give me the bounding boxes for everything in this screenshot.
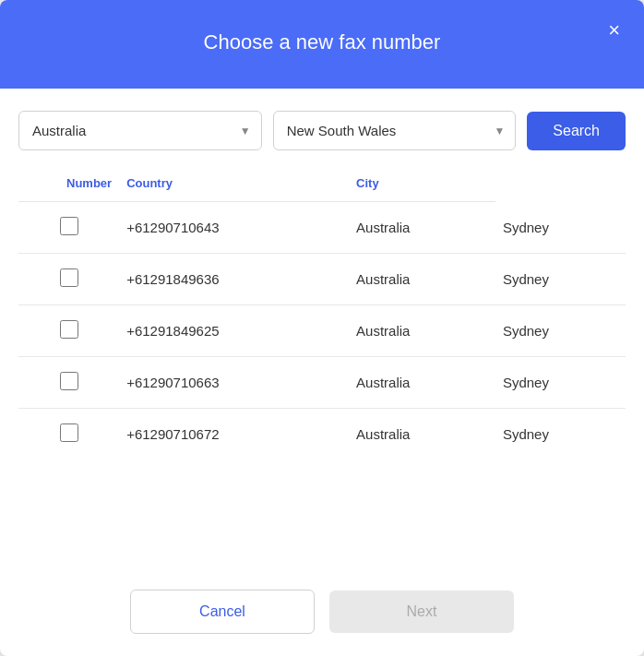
cancel-button[interactable]: Cancel <box>130 590 315 634</box>
modal-body: Australia ▼ New South Wales ▼ Search Num… <box>0 89 644 575</box>
row-checkbox-cell <box>18 254 119 305</box>
table-row: +61290710672AustraliaSydney <box>18 409 626 460</box>
close-button[interactable]: × <box>602 18 626 42</box>
row-number: +61291849636 <box>119 254 349 305</box>
country-select-wrapper: Australia ▼ <box>18 111 262 150</box>
col-header-country: Country <box>119 165 349 202</box>
row-country: Australia <box>349 254 495 305</box>
table-row: +61290710643AustraliaSydney <box>18 202 626 254</box>
modal: Choose a new fax number × Australia ▼ Ne… <box>0 0 644 656</box>
row-checkbox-cell <box>18 409 119 460</box>
row-checkbox[interactable] <box>60 423 78 442</box>
numbers-table-container: Number Country City +61290710643Australi… <box>0 165 644 575</box>
search-button[interactable]: Search <box>527 112 626 150</box>
row-number: +61291849625 <box>119 305 349 357</box>
row-city: Sydney <box>495 254 626 305</box>
row-checkbox-cell <box>18 202 119 254</box>
row-checkbox[interactable] <box>60 268 78 287</box>
modal-title: Choose a new fax number <box>204 30 441 54</box>
row-number: +61290710643 <box>119 202 349 254</box>
col-header-number: Number <box>18 165 119 202</box>
col-header-city: City <box>349 165 495 202</box>
row-number: +61290710672 <box>119 409 349 460</box>
row-number: +61290710663 <box>119 357 349 409</box>
modal-overlay: Choose a new fax number × Australia ▼ Ne… <box>0 0 644 656</box>
modal-header: Choose a new fax number × <box>0 0 644 89</box>
row-country: Australia <box>349 409 495 460</box>
row-country: Australia <box>349 357 495 409</box>
row-checkbox[interactable] <box>60 217 78 235</box>
table-header-row: Number Country City <box>18 165 626 202</box>
region-select[interactable]: New South Wales <box>273 111 517 150</box>
row-checkbox[interactable] <box>60 320 78 339</box>
row-country: Australia <box>349 202 495 254</box>
table-row: +61290710663AustraliaSydney <box>18 357 626 409</box>
row-city: Sydney <box>495 357 626 409</box>
country-select[interactable]: Australia <box>18 111 262 150</box>
numbers-table: Number Country City +61290710643Australi… <box>18 165 626 459</box>
next-button[interactable]: Next <box>329 590 514 633</box>
table-row: +61291849636AustraliaSydney <box>18 254 626 305</box>
filter-row: Australia ▼ New South Wales ▼ Search <box>0 89 644 165</box>
row-country: Australia <box>349 305 495 357</box>
row-checkbox-cell <box>18 357 119 409</box>
row-checkbox[interactable] <box>60 372 78 390</box>
region-select-wrapper: New South Wales ▼ <box>273 111 517 150</box>
row-city: Sydney <box>495 305 626 357</box>
row-checkbox-cell <box>18 305 119 357</box>
row-city: Sydney <box>495 202 626 254</box>
row-city: Sydney <box>495 409 626 460</box>
modal-footer: Cancel Next <box>0 575 644 656</box>
table-row: +61291849625AustraliaSydney <box>18 305 626 357</box>
